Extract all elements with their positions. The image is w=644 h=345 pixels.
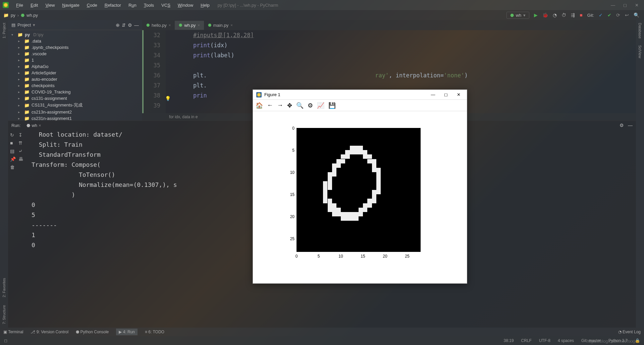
close-tab-icon[interactable]: × bbox=[39, 123, 41, 128]
breadcrumb-file[interactable]: wh.py bbox=[26, 13, 38, 18]
project-tree-item[interactable]: ▸📁AlphaGo bbox=[8, 63, 142, 70]
debug-button-icon[interactable]: 🐞 bbox=[542, 12, 548, 18]
tool-vcs[interactable]: ⎇ 9: Version Control bbox=[31, 330, 68, 334]
figure-titlebar[interactable]: Figure 1 — ◻ ✕ bbox=[253, 90, 467, 100]
figure-close-icon[interactable]: ✕ bbox=[453, 92, 464, 97]
rerun-icon[interactable]: ↻ bbox=[10, 132, 16, 138]
stop-button-icon[interactable]: ■ bbox=[580, 12, 582, 18]
zoom-icon[interactable]: 🔍 bbox=[296, 102, 304, 109]
project-tree-item[interactable]: ▸📁1 bbox=[8, 57, 142, 63]
tool-window-database[interactable]: Database bbox=[638, 23, 642, 39]
trash-icon[interactable]: 🗑 bbox=[10, 164, 16, 170]
intention-bulb-icon[interactable]: 💡 bbox=[165, 93, 171, 104]
close-tab-icon[interactable]: × bbox=[169, 23, 171, 27]
project-tree-item[interactable]: ▸📁.ipynb_checkpoints bbox=[8, 44, 142, 51]
editor-tab[interactable]: ⬣hello.py× bbox=[142, 21, 175, 30]
forward-icon[interactable]: → bbox=[277, 102, 283, 109]
project-tree-item[interactable]: ▸📁.data bbox=[8, 38, 142, 44]
event-log[interactable]: ◔ Event Log bbox=[618, 330, 641, 334]
project-tree-item[interactable]: ▸📁.vscode bbox=[8, 51, 142, 57]
git-commit-icon[interactable]: ✔ bbox=[607, 12, 611, 18]
status-quick-icon[interactable]: ◻ bbox=[4, 338, 7, 343]
menu-vcs[interactable]: VCS bbox=[158, 1, 174, 9]
minimize-icon[interactable]: — bbox=[611, 3, 615, 8]
project-tree-item[interactable]: ▸📁ArticleSpider bbox=[8, 70, 142, 76]
settings-icon[interactable]: ⚙ bbox=[128, 22, 132, 28]
layout-icon[interactable]: ▤ bbox=[10, 148, 16, 154]
status-eol[interactable]: CRLF bbox=[521, 338, 532, 343]
menu-code[interactable]: Code bbox=[84, 1, 101, 9]
tool-window-sciview[interactable]: SciView bbox=[638, 45, 642, 58]
project-tree-item[interactable]: ▸📁checkpoints bbox=[8, 82, 142, 89]
project-tree-item[interactable]: ▸📁COVID-19_Tracking bbox=[8, 89, 142, 95]
menu-view[interactable]: View bbox=[42, 1, 58, 9]
editor-tab[interactable]: ⬣main.py× bbox=[204, 21, 237, 30]
tool-window-favorites[interactable]: 2: Favorites bbox=[2, 278, 6, 297]
status-encoding[interactable]: UTF-8 bbox=[539, 338, 550, 343]
project-root-name[interactable]: py bbox=[25, 32, 30, 37]
figure-minimize-icon[interactable]: — bbox=[428, 92, 438, 97]
menu-help[interactable]: Help bbox=[197, 1, 213, 9]
git-revert-icon[interactable]: ↩ bbox=[625, 12, 629, 18]
tool-run[interactable]: ▶ 4: Run bbox=[116, 329, 138, 335]
print-icon[interactable]: 🖶 bbox=[18, 156, 24, 162]
close-tab-icon[interactable]: × bbox=[198, 23, 200, 27]
pan-icon[interactable]: ✥ bbox=[287, 102, 292, 109]
edit-axes-icon[interactable]: 📈 bbox=[317, 102, 324, 109]
run-configuration-selector[interactable]: ⬣ wh ▾ bbox=[506, 12, 530, 19]
pin-icon[interactable]: 📌 bbox=[10, 156, 16, 162]
figure-title: Figure 1 bbox=[264, 92, 425, 97]
save-icon[interactable]: 💾 bbox=[328, 102, 336, 109]
run-button-icon[interactable]: ▶ bbox=[534, 12, 538, 18]
menu-tools[interactable]: Tools bbox=[141, 1, 157, 9]
locate-icon[interactable]: ⊕ bbox=[116, 22, 120, 28]
stop-icon[interactable]: ■ bbox=[10, 140, 16, 146]
tool-window-structure[interactable]: 7: Structure bbox=[2, 305, 6, 324]
home-icon[interactable]: 🏠 bbox=[256, 102, 263, 109]
menu-edit[interactable]: Edit bbox=[27, 1, 41, 9]
status-indent[interactable]: 4 spaces bbox=[558, 338, 574, 343]
close-icon[interactable]: ✕ bbox=[635, 3, 639, 8]
figure-maximize-icon[interactable]: ◻ bbox=[441, 92, 451, 97]
profile-icon[interactable]: ⏱ bbox=[561, 12, 566, 18]
git-history-icon[interactable]: ⟳ bbox=[616, 12, 620, 18]
up-icon[interactable]: ⇈ bbox=[18, 140, 24, 146]
project-tree-item[interactable]: ▸📁CS131_Assignments-完成 bbox=[8, 101, 142, 109]
tool-terminal[interactable]: ▣ Terminal bbox=[3, 330, 23, 334]
project-title[interactable]: Project bbox=[17, 22, 31, 27]
hide-icon[interactable]: — bbox=[134, 22, 139, 28]
figure-window[interactable]: Figure 1 — ◻ ✕ 🏠 ← → ✥ 🔍 ⚙ 📈 💾 051015202… bbox=[253, 89, 467, 284]
project-tree-item[interactable]: ▸📁auto-encoder bbox=[8, 76, 142, 82]
menu-navigate[interactable]: Navigate bbox=[59, 1, 83, 9]
tool-python-console[interactable]: ⬣ Python Console bbox=[76, 330, 109, 334]
run-tab[interactable]: ⬣ wh × bbox=[24, 122, 44, 129]
menu-window[interactable]: Window bbox=[174, 1, 197, 9]
project-tree-item[interactable]: ▸📁cs231n-assignment1 bbox=[8, 115, 142, 121]
tool-window-project[interactable]: 1: Project bbox=[2, 23, 6, 38]
coverage-icon[interactable]: ◔ bbox=[553, 12, 557, 18]
status-caret-pos[interactable]: 38:19 bbox=[504, 338, 514, 343]
breadcrumb-folder[interactable]: py bbox=[11, 13, 15, 18]
run-settings-icon[interactable]: ⚙ bbox=[620, 123, 624, 128]
editor-tab[interactable]: ⬣wh.py× bbox=[175, 21, 204, 30]
project-tree[interactable]: ▾📁 py D:\py ▸📁.data▸📁.ipynb_checkpoints▸… bbox=[8, 30, 142, 121]
project-tree-item[interactable]: ▸📁cs131-assignment bbox=[8, 95, 142, 101]
project-tree-item[interactable]: ▸📁cs213n-assignment2 bbox=[8, 109, 142, 115]
step-icon[interactable]: ↧ bbox=[18, 132, 24, 138]
search-icon[interactable]: 🔍 bbox=[634, 12, 639, 18]
menu-run[interactable]: Run bbox=[125, 1, 140, 9]
tool-todo[interactable]: ≡ 6: TODO bbox=[145, 330, 164, 334]
wrap-icon[interactable]: ⤶ bbox=[18, 148, 24, 154]
back-icon[interactable]: ← bbox=[267, 102, 273, 109]
menu-refactor[interactable]: Refactor bbox=[101, 1, 124, 9]
close-tab-icon[interactable]: × bbox=[230, 23, 232, 27]
chevron-down-icon[interactable]: ▾ bbox=[33, 22, 35, 27]
right-tool-gutter: Database SciView bbox=[636, 20, 644, 328]
run-hide-icon[interactable]: — bbox=[628, 123, 633, 128]
collapse-icon[interactable]: ⇵ bbox=[122, 22, 126, 28]
git-update-icon[interactable]: ✓ bbox=[599, 12, 603, 18]
menu-file[interactable]: File bbox=[13, 1, 26, 9]
configure-icon[interactable]: ⚙ bbox=[308, 102, 313, 109]
attach-icon[interactable]: ⇶ bbox=[571, 12, 575, 18]
maximize-icon[interactable]: ◻ bbox=[623, 3, 627, 8]
